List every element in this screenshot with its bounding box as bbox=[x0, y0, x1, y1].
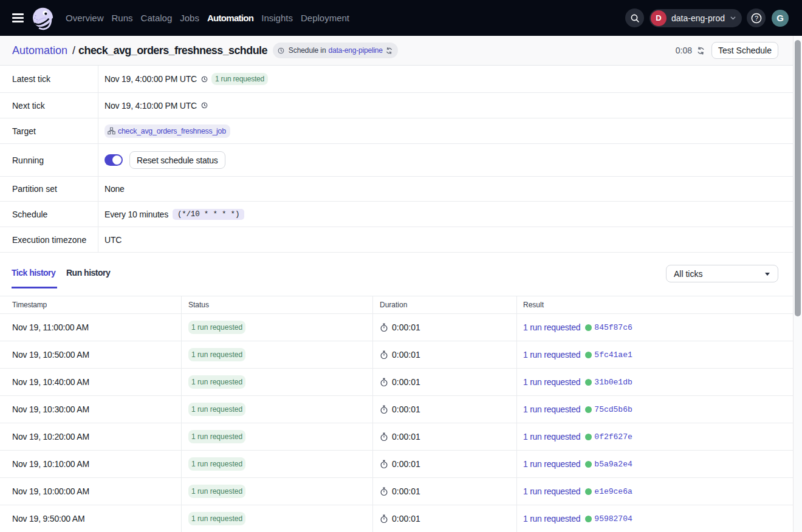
svg-text:?: ? bbox=[754, 15, 758, 22]
